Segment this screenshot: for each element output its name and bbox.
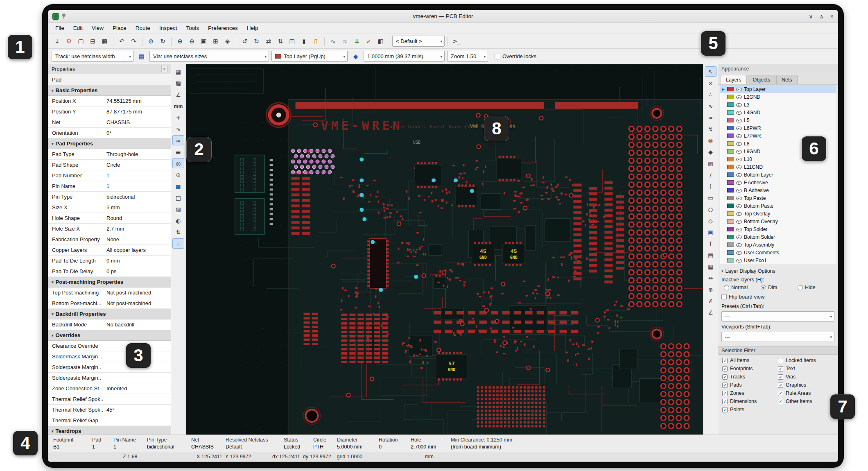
layer-color-swatch[interactable] [727, 95, 734, 99]
layer-color-swatch[interactable] [727, 141, 734, 146]
visibility-eye-icon[interactable] [736, 234, 742, 240]
rule-area-tool-icon[interactable]: ▨ [705, 158, 717, 168]
menu-help[interactable]: Help [242, 23, 263, 34]
layer-row-l4gnd[interactable]: L4GND [720, 109, 836, 116]
ratsnest-visibility-icon[interactable]: ∿ [172, 124, 184, 134]
text-box-tool-icon[interactable]: ▤ [705, 250, 717, 260]
property-value[interactable]: Inherited [103, 383, 171, 394]
zoom-out-icon[interactable]: ⊖ [186, 36, 197, 47]
property-section-teardrops[interactable]: ▾Teardrops [48, 426, 171, 435]
filter-other-items[interactable]: Other items [778, 399, 834, 404]
layer-row-user-comments[interactable]: User.Comments [720, 249, 836, 256]
rotate-ccw-icon[interactable]: ↺ [239, 36, 250, 47]
property-value[interactable]: 87.877175 mm [103, 106, 171, 117]
zoom-select[interactable]: Zoom 1.50 ▾ [447, 51, 488, 62]
zoom-fit-icon[interactable]: ▣ [198, 36, 209, 47]
property-section-basic-properties[interactable]: ▾Basic Properties [48, 85, 171, 96]
via-size-select[interactable]: Via: use netclass sizes ▾ [149, 51, 269, 62]
track-outline-mode-icon[interactable]: ▬ [172, 147, 184, 157]
property-value[interactable]: Through-hole [103, 149, 171, 159]
layer-color-swatch[interactable] [727, 157, 734, 161]
visibility-eye-icon[interactable] [736, 211, 742, 216]
menu-tools[interactable]: Tools [181, 23, 203, 34]
visibility-eye-icon[interactable] [736, 164, 742, 170]
grid-size-select[interactable]: 1.0000 mm (39.37 mils) ▾ [364, 51, 445, 62]
tab-objects[interactable]: Objects [748, 75, 775, 84]
layer-row-f-adhesive[interactable]: F.Adhesive [720, 179, 836, 186]
tune-length-tool-icon[interactable]: ↯ [705, 124, 717, 134]
pcb-canvas[interactable]: 45GND45GND57GNDVME-WRENWhite Rabbit Even… [186, 64, 703, 435]
draw-circle-tool-icon[interactable]: ○ [705, 204, 717, 214]
close-icon[interactable]: × [161, 66, 167, 72]
rotate-cw-icon[interactable]: ↻ [251, 36, 262, 47]
zone-outline-mode-icon[interactable]: □ [172, 192, 184, 203]
layer-color-swatch[interactable] [727, 134, 734, 138]
active-layer-select[interactable]: Top Layer (PgUp) ▾ [271, 51, 348, 62]
filter-vias[interactable]: Vias [778, 374, 834, 380]
highlight-net-tool-icon[interactable]: × [705, 78, 717, 88]
visibility-eye-icon[interactable] [736, 133, 742, 138]
place-image-tool-icon[interactable]: ▣ [705, 227, 717, 237]
layer-color-swatch[interactable] [727, 149, 734, 154]
viewports-select[interactable]: --- ▾ [721, 332, 834, 342]
layer-row-bottom-paste[interactable]: Bottom Paste [720, 202, 836, 210]
menu-place[interactable]: Place [108, 23, 131, 34]
dim-inactive-layers-icon[interactable]: ◐ [172, 215, 184, 226]
visibility-eye-icon[interactable] [736, 242, 742, 247]
layer-row-user-eco1[interactable]: User.Eco1 [720, 256, 836, 264]
delete-tool-icon[interactable]: ✗ [705, 296, 717, 306]
filter-locked-items[interactable]: Locked items [778, 358, 834, 363]
plot-icon[interactable]: ▦ [99, 36, 110, 47]
dimension-tool-icon[interactable]: ↔ [705, 273, 717, 283]
interactive-router-icon[interactable]: ∿ [328, 36, 339, 47]
layer-row-l3[interactable]: L3 [720, 101, 836, 109]
visibility-eye-icon[interactable] [736, 141, 742, 146]
property-value[interactable]: Not post-machined [103, 298, 171, 308]
property-section-overrides[interactable]: ▾Overrides [48, 330, 171, 341]
layer-color-swatch[interactable] [727, 227, 734, 231]
property-value[interactable]: No backdrill [103, 319, 171, 330]
place-via-tool-icon[interactable]: ◉ [705, 135, 717, 145]
radio-normal[interactable]: Normal [724, 285, 758, 290]
local-ratsnest-tool-icon[interactable]: ∴ [705, 89, 717, 100]
property-value[interactable]: 0 ps [103, 266, 171, 276]
pad-outline-mode-icon[interactable]: ⊙ [172, 170, 184, 180]
visibility-eye-icon[interactable] [736, 156, 742, 162]
update-pcb-icon[interactable]: ⇊ [351, 36, 362, 47]
property-value[interactable]: Round [103, 213, 171, 223]
layer-row-top-layer[interactable]: ▶Top Layer [720, 85, 836, 93]
tab-nets[interactable]: Nets [776, 75, 798, 84]
menu-route[interactable]: Route [131, 23, 155, 34]
filter-points[interactable]: Points [722, 407, 778, 412]
layer-row-l6pwr[interactable]: L6PWR [720, 124, 836, 132]
layer-color-swatch[interactable] [727, 219, 734, 224]
layer-row-top-overlay[interactable]: Top Overlay [720, 210, 836, 217]
visibility-eye-icon[interactable] [736, 188, 742, 193]
net-inspector-icon[interactable]: ≈ [339, 36, 350, 47]
menu-inspect[interactable]: Inspect [155, 23, 182, 34]
route-diff-pair-tool-icon[interactable]: ≈ [705, 112, 717, 122]
visibility-eye-icon[interactable] [736, 86, 742, 92]
mirror-icon[interactable]: ⇄ [263, 36, 274, 47]
menu-preferences[interactable]: Preferences [203, 23, 242, 34]
table-tool-icon[interactable]: ▦ [705, 261, 717, 272]
zone-fill-mode-icon[interactable]: ■ [172, 181, 184, 191]
board-setup-icon[interactable]: ⚙ [63, 36, 75, 47]
drc-icon[interactable]: ✓ [363, 36, 374, 47]
filter-text[interactable]: Text [778, 366, 834, 371]
draw-rect-tool-icon[interactable]: ▭ [705, 192, 717, 203]
layer-color-swatch[interactable] [727, 172, 734, 177]
measure-tool-icon[interactable]: ∠ [705, 307, 717, 317]
polar-coordinates-icon[interactable]: ∠ [172, 89, 184, 100]
layer-row-b-adhesive[interactable]: B.Adhesive [720, 186, 836, 194]
radio-dim[interactable]: Dim [761, 285, 795, 290]
units-mm-icon[interactable]: mm [172, 101, 184, 111]
visibility-eye-icon[interactable] [736, 195, 742, 201]
layer-row-l11gnd[interactable]: L11GND [720, 163, 836, 171]
layer-row-top-assembly[interactable]: Top Assembly [720, 241, 836, 249]
property-value[interactable]: 5 mm [103, 202, 171, 213]
layer-row-bottom-layer[interactable]: Bottom Layer [720, 171, 836, 179]
layer-color-swatch[interactable] [727, 87, 734, 91]
layer-row-bottom-overlay[interactable]: Bottom Overlay [720, 217, 836, 225]
layer-row-l5[interactable]: L5 [720, 116, 836, 124]
